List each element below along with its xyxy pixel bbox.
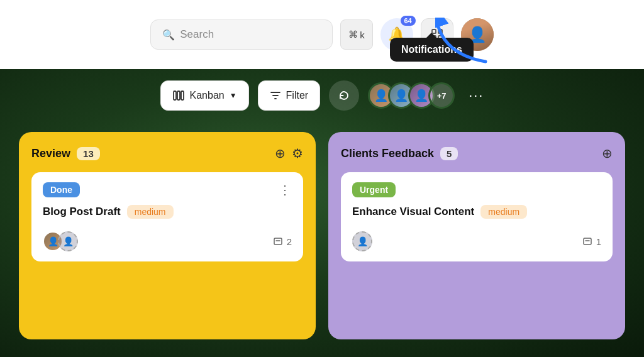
review-column: Review 13 ⊕ ⚙ Done ⋮ Blog Post Draft med… xyxy=(13,132,322,357)
clients-feedback-board: Clients Feedback 5 ⊕ Urgent Enhance Visu… xyxy=(328,132,625,339)
svg-rect-7 xyxy=(181,91,184,100)
review-task-priority: medium xyxy=(127,205,174,219)
more-options-button[interactable]: ··· xyxy=(469,87,484,104)
search-bar[interactable]: 🔍 Search xyxy=(150,19,333,50)
add-review-icon[interactable]: ⊕ xyxy=(275,146,286,161)
search-placeholder: Search xyxy=(180,28,214,41)
clients-task-assignees: 👤 xyxy=(352,231,372,251)
review-task-footer: 👤 👤 2 xyxy=(43,231,292,251)
clients-feedback-board-header: Clients Feedback 5 ⊕ xyxy=(341,146,613,161)
refresh-button[interactable] xyxy=(329,80,359,111)
review-board: Review 13 ⊕ ⚙ Done ⋮ Blog Post Draft med… xyxy=(19,132,316,339)
filter-icon xyxy=(270,90,281,101)
review-title-group: Review 13 xyxy=(31,147,100,160)
toolbar: Kanban ▼ Filter 👤 👤 👤 +7 ··· xyxy=(0,80,644,111)
clients-actions: ⊕ xyxy=(602,146,613,161)
add-clients-icon[interactable]: ⊕ xyxy=(602,146,613,161)
review-board-header: Review 13 ⊕ ⚙ xyxy=(31,146,303,161)
subtask-icon xyxy=(273,236,283,246)
notification-badge: 64 xyxy=(401,16,416,26)
clients-title-group: Clients Feedback 5 xyxy=(341,147,458,160)
clients-task-footer: 👤 1 xyxy=(352,231,601,251)
clients-assignee-placeholder: 👤 xyxy=(352,231,372,251)
kanban-chevron-icon: ▼ xyxy=(230,91,237,100)
kanban-icon xyxy=(172,89,185,102)
review-actions: ⊕ ⚙ xyxy=(275,146,303,161)
more-team-members[interactable]: +7 xyxy=(428,82,455,109)
done-tag: Done xyxy=(43,182,80,197)
svg-rect-5 xyxy=(174,91,176,100)
clients-task-header: Urgent xyxy=(352,182,601,197)
review-task-assignees: 👤 👤 xyxy=(43,231,78,251)
clients-title: Clients Feedback xyxy=(341,147,434,160)
svg-rect-10 xyxy=(584,238,591,244)
svg-rect-8 xyxy=(274,238,282,244)
boards-container: Review 13 ⊕ ⚙ Done ⋮ Blog Post Draft med… xyxy=(0,132,644,357)
urgent-tag: Urgent xyxy=(352,182,396,197)
clients-task-title-row: Enhance Visual Content medium xyxy=(352,205,601,219)
search-icon: 🔍 xyxy=(162,29,175,41)
cmd-key: ⌘ xyxy=(348,29,358,40)
refresh-icon xyxy=(338,89,350,102)
clients-subtask-count: 1 xyxy=(596,236,601,247)
review-task-meta: 2 xyxy=(273,236,292,247)
arrow-indicator xyxy=(435,18,492,68)
task-menu-button[interactable]: ⋮ xyxy=(279,182,292,197)
team-avatars: 👤 👤 👤 +7 xyxy=(368,82,455,109)
settings-review-icon[interactable]: ⚙ xyxy=(292,146,303,161)
review-task-header: Done ⋮ xyxy=(43,182,292,197)
svg-rect-6 xyxy=(177,91,180,100)
clients-task-meta: 1 xyxy=(582,236,601,247)
kanban-view-button[interactable]: Kanban ▼ xyxy=(160,80,249,111)
review-task-title-row: Blog Post Draft medium xyxy=(43,205,292,219)
review-task-title: Blog Post Draft xyxy=(43,206,121,218)
keyboard-shortcut[interactable]: ⌘ k xyxy=(340,19,373,50)
kanban-label: Kanban xyxy=(190,90,225,101)
clients-feedback-column: Clients Feedback 5 ⊕ Urgent Enhance Visu… xyxy=(322,132,631,357)
clients-count: 5 xyxy=(440,147,458,160)
k-key: k xyxy=(360,30,365,40)
header: 🔍 Search ⌘ k 🔔 64 👤 xyxy=(0,0,644,69)
assignee-placeholder: 👤 xyxy=(58,231,78,251)
review-count: 13 xyxy=(77,147,100,160)
filter-label: Filter xyxy=(286,90,309,101)
review-subtask-count: 2 xyxy=(287,236,292,247)
clients-subtask-icon xyxy=(582,236,592,246)
review-task-card: Done ⋮ Blog Post Draft medium 👤 👤 xyxy=(31,172,303,261)
clients-task-card: Urgent Enhance Visual Content medium 👤 xyxy=(341,172,613,261)
review-title: Review xyxy=(31,147,70,160)
clients-task-priority: medium xyxy=(480,205,527,219)
filter-button[interactable]: Filter xyxy=(258,80,321,111)
clients-task-title: Enhance Visual Content xyxy=(352,206,474,218)
